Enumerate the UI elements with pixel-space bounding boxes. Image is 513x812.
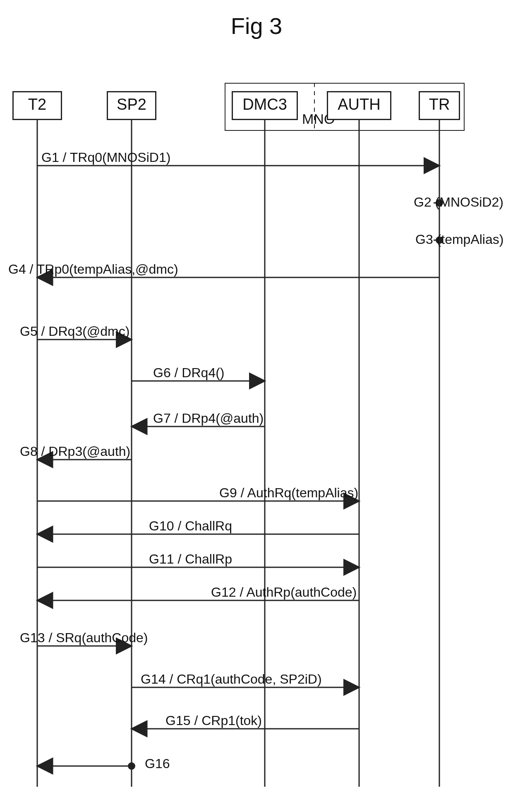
msg-g2-label: G2 (MNOSiD2) (414, 195, 503, 210)
msg-g14-label: G14 / CRq1(authCode, SP2iD) (141, 672, 322, 687)
msg-g13-label: G13 / SRq(authCode) (20, 630, 148, 646)
msg-g12-label: G12 / AuthRp(authCode) (211, 585, 357, 600)
msg-g8-label: G8 / DRp3(@auth) (20, 444, 130, 459)
msg-g6-label: G6 / DRq4() (153, 365, 224, 381)
msg-g11-label: G11 / ChallRp (149, 552, 232, 567)
msg-g10-label: G10 / ChallRq (149, 518, 232, 534)
msg-g4-label: G4 / TRp0(tempAlias,@dmc) (8, 262, 178, 277)
msg-g5-label: G5 / DRq3(@dmc) (20, 324, 129, 339)
msg-g3-label: G3 (tempAlias) (415, 232, 503, 247)
msg-g16-label: G16 (145, 756, 170, 771)
diagram-svg (0, 0, 513, 812)
msg-g1-label: G1 / TRq0(MNOSiD1) (41, 150, 170, 165)
msg-g7-label: G7 / DRp4(@auth) (153, 411, 264, 426)
svg-point-6 (128, 762, 135, 770)
msg-g15-label: G15 / CRp1(tok) (165, 713, 262, 728)
msg-g9-label: G9 / AuthRq(tempAlias) (219, 485, 358, 501)
sequence-diagram: Fig 3 MNO T2 SP2 DMC3 AUTH TR G1 / TRq0(… (0, 0, 513, 812)
